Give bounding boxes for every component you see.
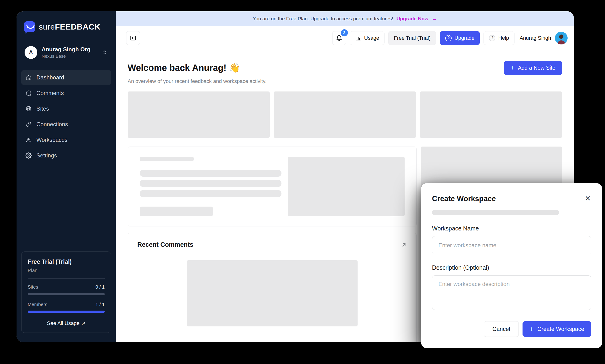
help-icon: ? bbox=[489, 35, 495, 41]
sidebar-item-label: Settings bbox=[36, 152, 57, 159]
upgrade-now-link[interactable]: Upgrade Now bbox=[397, 16, 428, 22]
loading-panel bbox=[128, 146, 417, 226]
sidebar-item-label: Comments bbox=[36, 90, 64, 96]
add-new-site-button[interactable]: + Add a New Site bbox=[504, 61, 562, 75]
org-info: Anurag Singh Org Nexus Base bbox=[42, 46, 90, 59]
usage-members-label: Members bbox=[28, 302, 47, 307]
sidebar-item-label: Connections bbox=[36, 121, 68, 128]
sidebar-collapse-button[interactable] bbox=[126, 31, 140, 45]
usage-button[interactable]: Usage bbox=[350, 31, 385, 45]
skeleton-card bbox=[420, 91, 562, 138]
description-label: Description (Optional) bbox=[432, 264, 591, 271]
sidebar-item-dashboard[interactable]: Dashboard bbox=[21, 70, 111, 85]
user-menu[interactable]: Anurag Singh bbox=[518, 32, 568, 44]
notification-badge: 2 bbox=[341, 29, 348, 36]
usage-sites-value: 0 / 1 bbox=[95, 284, 105, 290]
brand-name: sureFEEDBACK bbox=[39, 22, 101, 31]
sidebar-nav: Dashboard Comments Sites Connections Wor… bbox=[21, 70, 111, 163]
usage-label: Usage bbox=[364, 35, 379, 41]
add-site-label: Add a New Site bbox=[518, 65, 555, 71]
plan-title: Free Trial (Trial) bbox=[28, 258, 105, 265]
sidebar-item-comments[interactable]: Comments bbox=[21, 86, 111, 101]
header-actions: 2 Usage Free Trial (Trial) ? Upgrade bbox=[332, 31, 568, 45]
upgrade-label: Upgrade bbox=[454, 35, 474, 41]
avatar bbox=[555, 32, 568, 44]
sidebar-item-workspaces[interactable]: Workspaces bbox=[21, 133, 111, 147]
usage-members: Members 1 / 1 bbox=[28, 302, 105, 313]
org-subtitle: Nexus Base bbox=[42, 54, 90, 59]
sidebar-item-settings[interactable]: Settings bbox=[21, 148, 111, 163]
comment-icon bbox=[26, 90, 32, 96]
banner-message: You are on the Free Plan. Upgrade to acc… bbox=[253, 16, 393, 22]
panel-collapse-icon bbox=[130, 35, 136, 41]
free-plan-banner: You are on the Free Plan. Upgrade to acc… bbox=[116, 11, 574, 26]
chevron-up-down-icon bbox=[102, 49, 108, 55]
org-avatar: A bbox=[25, 46, 37, 59]
plan-usage-card: Free Trial (Trial) Plan Sites 0 / 1 Memb… bbox=[21, 251, 111, 333]
gear-icon bbox=[26, 153, 32, 159]
sidebar-item-connections[interactable]: Connections bbox=[21, 117, 111, 132]
help-button[interactable]: ? Help bbox=[484, 31, 514, 45]
skeleton-pill bbox=[140, 157, 194, 161]
skeleton-block bbox=[288, 157, 405, 216]
usage-sites: Sites 0 / 1 bbox=[28, 284, 105, 295]
org-switcher[interactable]: A Anurag Singh Org Nexus Base bbox=[23, 44, 110, 60]
help-label: Help bbox=[498, 35, 509, 41]
skeleton-box bbox=[140, 207, 213, 216]
plan-chip[interactable]: Free Trial (Trial) bbox=[388, 31, 436, 45]
skeleton-line bbox=[140, 180, 282, 187]
workspace-description-input[interactable] bbox=[432, 275, 591, 310]
create-workspace-button[interactable]: + Create Workspace bbox=[523, 321, 591, 337]
close-icon[interactable]: ✕ bbox=[584, 195, 591, 203]
upgrade-button[interactable]: ? Upgrade bbox=[440, 31, 480, 45]
skeleton-line bbox=[140, 190, 282, 197]
create-workspace-modal: Create Workspace ✕ Workspace Name Descri… bbox=[421, 183, 602, 348]
bell-icon bbox=[336, 35, 342, 41]
globe-icon bbox=[26, 106, 32, 112]
notifications-button[interactable]: 2 bbox=[332, 31, 346, 45]
users-icon bbox=[26, 137, 32, 143]
sidebar-item-label: Workspaces bbox=[36, 137, 68, 143]
page-subtitle: An overview of your recent feedback and … bbox=[128, 78, 562, 84]
skeleton-text-block bbox=[140, 157, 282, 216]
skeleton-card bbox=[128, 91, 270, 138]
org-name: Anurag Singh Org bbox=[42, 46, 90, 53]
brand-name-light: sure bbox=[39, 22, 55, 31]
question-circle-icon: ? bbox=[445, 35, 452, 41]
brand-logo: sureFEEDBACK bbox=[21, 20, 111, 32]
modal-title: Create Workspace bbox=[432, 195, 496, 203]
user-name: Anurag Singh bbox=[520, 35, 551, 41]
link-icon bbox=[26, 121, 32, 127]
sidebar-item-label: Sites bbox=[36, 105, 49, 112]
sidebar-item-sites[interactable]: Sites bbox=[21, 101, 111, 116]
divider bbox=[28, 278, 105, 279]
skeleton-card bbox=[274, 91, 416, 138]
skeleton-comments-block bbox=[187, 260, 358, 326]
usage-members-value: 1 / 1 bbox=[95, 302, 105, 307]
arrow-up-right-icon: ↗ bbox=[81, 320, 85, 326]
cancel-button[interactable]: Cancel bbox=[484, 321, 519, 337]
brand-name-bold: FEEDBACK bbox=[55, 22, 101, 31]
workspace-name-input[interactable] bbox=[432, 236, 591, 254]
recent-comments-title: Recent Comments bbox=[137, 241, 193, 248]
page-title: Welcome back Anurag! 👋 bbox=[128, 63, 240, 73]
wave-emoji: 👋 bbox=[229, 63, 240, 73]
arrow-right-icon[interactable]: → bbox=[432, 16, 437, 22]
usage-sites-label: Sites bbox=[28, 284, 38, 290]
recent-comments-card: Recent Comments bbox=[128, 233, 417, 342]
page: sureFEEDBACK A Anurag Singh Org Nexus Ba… bbox=[0, 0, 605, 364]
plus-icon: + bbox=[530, 326, 533, 332]
sidebar-item-label: Dashboard bbox=[36, 74, 64, 81]
skeleton-line bbox=[140, 170, 282, 177]
skeleton-subtitle-pill bbox=[432, 210, 559, 215]
see-all-usage-link[interactable]: See All Usage ↗ bbox=[28, 320, 105, 326]
usage-members-progressbar bbox=[28, 311, 105, 313]
open-comments-arrow-icon[interactable] bbox=[401, 242, 407, 248]
stat-skeleton-row bbox=[128, 91, 562, 138]
workspace-name-label: Workspace Name bbox=[432, 225, 591, 232]
home-icon bbox=[26, 75, 32, 81]
sidebar: sureFEEDBACK A Anurag Singh Org Nexus Ba… bbox=[16, 11, 116, 342]
plus-icon: + bbox=[511, 65, 515, 71]
bar-chart-icon bbox=[355, 35, 361, 41]
create-workspace-label: Create Workspace bbox=[537, 326, 584, 332]
